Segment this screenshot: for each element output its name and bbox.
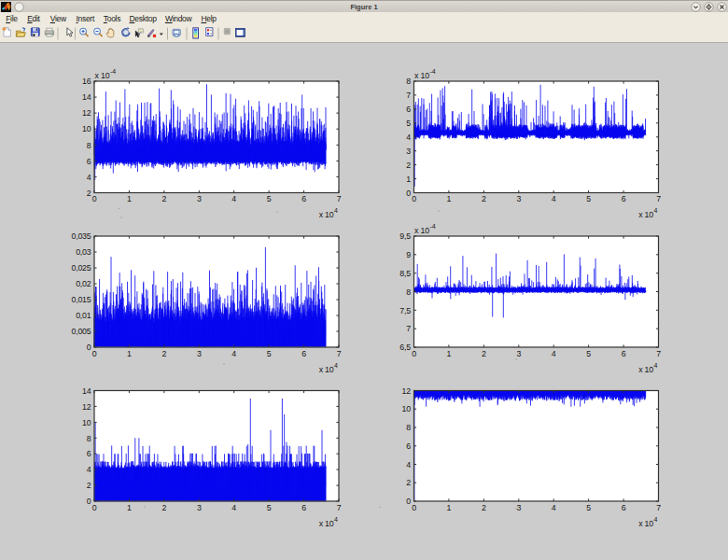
svg-text:2: 2 xyxy=(162,503,167,512)
svg-text:0,02: 0,02 xyxy=(76,279,91,288)
svg-text:1: 1 xyxy=(127,503,132,512)
svg-text:0,03: 0,03 xyxy=(76,247,91,257)
svg-text:2: 2 xyxy=(406,161,411,170)
svg-text:4: 4 xyxy=(552,194,556,203)
svg-text:6: 6 xyxy=(87,157,91,166)
svg-text:6: 6 xyxy=(301,349,306,358)
svg-text:7: 7 xyxy=(337,503,342,512)
svg-text:4: 4 xyxy=(334,362,338,369)
svg-text:6,5: 6,5 xyxy=(399,343,411,352)
svg-text:x 10: x 10 xyxy=(638,365,653,374)
svg-text:0: 0 xyxy=(406,189,411,198)
svg-text:-4: -4 xyxy=(110,68,116,75)
svg-text:10: 10 xyxy=(402,404,412,413)
svg-text:5: 5 xyxy=(267,194,272,203)
svg-text:5: 5 xyxy=(406,119,411,128)
svg-text:0: 0 xyxy=(92,503,97,512)
svg-text:10: 10 xyxy=(82,124,91,133)
svg-text:7: 7 xyxy=(337,194,342,203)
svg-text:x 10: x 10 xyxy=(414,71,429,80)
svg-text:0: 0 xyxy=(87,497,91,506)
svg-text:7: 7 xyxy=(406,324,411,333)
svg-text:2: 2 xyxy=(482,503,486,512)
svg-text:x 10: x 10 xyxy=(319,365,334,374)
svg-text:1: 1 xyxy=(447,503,452,512)
svg-text:3: 3 xyxy=(197,503,202,512)
svg-text:2: 2 xyxy=(162,349,167,358)
svg-text:16: 16 xyxy=(82,77,91,86)
svg-text:5: 5 xyxy=(586,194,591,203)
svg-text:12: 12 xyxy=(82,402,91,412)
svg-text:0: 0 xyxy=(412,194,416,203)
svg-text:2: 2 xyxy=(87,189,91,198)
svg-text:4: 4 xyxy=(231,349,236,358)
svg-text:3: 3 xyxy=(197,349,202,358)
svg-text:8: 8 xyxy=(406,423,411,432)
svg-text:4: 4 xyxy=(406,460,411,469)
svg-text:4: 4 xyxy=(334,207,338,214)
svg-text:7: 7 xyxy=(656,194,661,203)
svg-text:4: 4 xyxy=(231,194,236,203)
svg-text:12: 12 xyxy=(82,108,91,118)
svg-text:3: 3 xyxy=(197,194,202,203)
svg-text:2: 2 xyxy=(406,478,411,487)
svg-text:4: 4 xyxy=(552,503,556,512)
svg-text:7,5: 7,5 xyxy=(399,306,411,315)
svg-text:1: 1 xyxy=(447,349,452,358)
svg-text:0: 0 xyxy=(412,349,416,358)
svg-text:14: 14 xyxy=(82,92,91,102)
svg-text:4: 4 xyxy=(654,207,658,214)
svg-text:4: 4 xyxy=(231,503,236,512)
svg-text:5: 5 xyxy=(586,503,591,512)
svg-text:-4: -4 xyxy=(430,68,436,75)
svg-text:6: 6 xyxy=(406,441,411,451)
svg-text:0,035: 0,035 xyxy=(71,231,91,241)
svg-text:7: 7 xyxy=(656,503,661,512)
svg-text:0,015: 0,015 xyxy=(71,295,91,304)
svg-text:0: 0 xyxy=(87,343,91,352)
svg-text:x 10: x 10 xyxy=(319,519,334,528)
svg-text:x 10: x 10 xyxy=(414,226,429,235)
svg-text:0: 0 xyxy=(406,497,411,506)
svg-text:4: 4 xyxy=(552,349,556,358)
svg-text:0: 0 xyxy=(92,194,97,203)
svg-text:6: 6 xyxy=(301,503,306,512)
svg-text:1: 1 xyxy=(127,349,132,358)
svg-text:x 10: x 10 xyxy=(638,210,653,219)
svg-text:6: 6 xyxy=(301,194,306,203)
svg-text:3: 3 xyxy=(516,349,521,358)
svg-text:0,025: 0,025 xyxy=(71,263,91,273)
svg-text:14: 14 xyxy=(82,386,91,396)
svg-text:8: 8 xyxy=(87,434,91,443)
svg-text:-4: -4 xyxy=(430,223,436,230)
svg-text:0,01: 0,01 xyxy=(76,311,91,320)
svg-text:1: 1 xyxy=(447,194,452,203)
svg-text:3: 3 xyxy=(406,147,411,156)
svg-text:12: 12 xyxy=(402,386,412,396)
svg-text:1: 1 xyxy=(127,194,132,203)
svg-text:6: 6 xyxy=(622,194,626,203)
svg-text:9,5: 9,5 xyxy=(399,231,411,241)
svg-text:0: 0 xyxy=(92,349,97,358)
svg-text:4: 4 xyxy=(87,465,91,474)
svg-text:2: 2 xyxy=(87,481,91,490)
svg-text:6: 6 xyxy=(87,449,91,458)
svg-text:1: 1 xyxy=(406,175,411,184)
svg-text:0: 0 xyxy=(412,503,416,512)
svg-text:x 10: x 10 xyxy=(319,210,334,219)
svg-text:0,005: 0,005 xyxy=(71,327,91,336)
svg-text:6: 6 xyxy=(406,105,411,114)
svg-text:x 10: x 10 xyxy=(95,71,110,80)
svg-text:8: 8 xyxy=(87,141,91,150)
svg-text:6: 6 xyxy=(622,349,626,358)
svg-text:5: 5 xyxy=(267,503,272,512)
svg-text:2: 2 xyxy=(482,194,486,203)
svg-text:5: 5 xyxy=(586,349,591,358)
svg-text:8: 8 xyxy=(406,77,411,86)
svg-text:3: 3 xyxy=(516,194,521,203)
svg-text:7: 7 xyxy=(337,349,342,358)
svg-text:4: 4 xyxy=(334,516,338,523)
svg-text:10: 10 xyxy=(82,418,91,427)
svg-text:4: 4 xyxy=(654,362,658,369)
svg-text:2: 2 xyxy=(482,349,486,358)
